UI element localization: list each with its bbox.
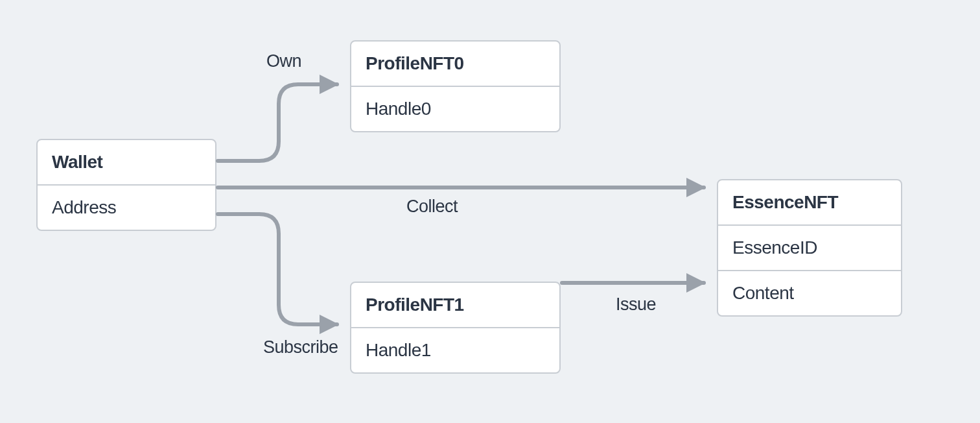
entity-profile1-title: ProfileNFT1 bbox=[351, 283, 559, 328]
diagram-canvas: Wallet Address ProfileNFT0 Handle0 Profi… bbox=[0, 0, 980, 423]
entity-essence-field-essenceid: EssenceID bbox=[718, 226, 901, 270]
entity-wallet-title: Wallet bbox=[38, 140, 215, 186]
entity-essence-field-content: Content bbox=[718, 270, 901, 315]
edge-subscribe-path bbox=[218, 214, 337, 324]
edge-subscribe-label: Subscribe bbox=[263, 337, 338, 357]
edge-own-path bbox=[218, 84, 337, 161]
entity-profile1-field-handle: Handle1 bbox=[351, 328, 559, 372]
entity-profile0: ProfileNFT0 Handle0 bbox=[350, 40, 561, 132]
entity-wallet: Wallet Address bbox=[36, 139, 216, 231]
edge-issue-label: Issue bbox=[616, 295, 656, 315]
entity-wallet-field-address: Address bbox=[38, 186, 215, 230]
entity-profile0-field-handle: Handle0 bbox=[351, 87, 559, 131]
edge-collect-label: Collect bbox=[406, 197, 458, 217]
entity-profile1: ProfileNFT1 Handle1 bbox=[350, 282, 561, 374]
entity-profile0-title: ProfileNFT0 bbox=[351, 42, 559, 87]
entity-essence-title: EssenceNFT bbox=[718, 180, 901, 226]
entity-essence: EssenceNFT EssenceID Content bbox=[717, 179, 902, 317]
edge-own-label: Own bbox=[266, 51, 301, 71]
